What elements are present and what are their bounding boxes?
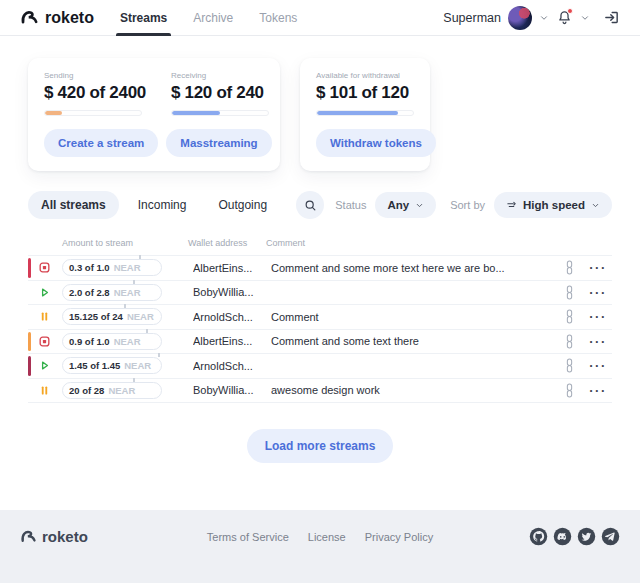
tab-streams[interactable]: Streams: [120, 0, 167, 36]
receiving-stat: Receiving $ 120 of 240: [171, 71, 269, 116]
notification-dot: [567, 8, 573, 14]
brand-name: roketo: [45, 9, 94, 27]
row-accent: [28, 307, 31, 327]
withdrawal-progress-bar: [316, 110, 414, 116]
stream-link-icon[interactable]: [561, 358, 577, 373]
sign-out-icon[interactable]: [603, 9, 620, 26]
sort-value: High speed: [523, 199, 585, 211]
row-menu-button[interactable]: ···: [586, 334, 610, 349]
withdraw-tokens-button[interactable]: Withdraw tokens: [316, 129, 436, 157]
column-wallet: Wallet address: [188, 238, 247, 248]
amount-text: 20 of 28: [69, 385, 104, 396]
stream-rows: 0.3 of 1.0NEAR AlbertEins... Comment and…: [28, 255, 612, 403]
load-more-button[interactable]: Load more streams: [247, 429, 394, 463]
amount-pill: 20 of 28NEAR: [62, 382, 162, 399]
summary-cards: Sending $ 420 of 2400 Receiving $ 120 of…: [28, 58, 612, 171]
stream-row[interactable]: 2.0 of 2.8NEAR BobyWillia... ···: [28, 281, 612, 306]
stream-row[interactable]: 20 of 28NEAR BobyWillia... awesome desig…: [28, 379, 612, 404]
stream-paused-icon: [38, 384, 51, 397]
receiving-label: Receiving: [171, 71, 269, 80]
footer-social: [529, 527, 620, 546]
footer-brand-name: roketo: [42, 528, 88, 545]
row-menu-button[interactable]: ···: [586, 358, 610, 373]
account-chevron-down-icon[interactable]: [539, 13, 549, 23]
column-amount: Amount to stream: [62, 238, 133, 248]
roketo-logo-icon: [20, 8, 39, 27]
roketo-logo-icon: [20, 528, 37, 545]
privacy-link[interactable]: Privacy Policy: [365, 531, 433, 543]
amount-text: 15.125 of 24: [69, 311, 123, 322]
wallet-address: BobyWillia...: [193, 384, 269, 396]
tab-tokens[interactable]: Tokens: [259, 0, 297, 36]
row-menu-button[interactable]: ···: [586, 309, 610, 324]
header-right: Superman: [443, 6, 620, 30]
column-comment: Comment: [266, 238, 305, 248]
status-select[interactable]: Any: [375, 192, 436, 218]
row-accent: [28, 258, 31, 278]
sending-label: Sending: [44, 71, 146, 80]
amount-pill: 1.45 of 1.45NEAR: [62, 357, 162, 374]
footer-brand[interactable]: roketo: [20, 528, 88, 545]
receiving-amount: $ 120 of 240: [171, 83, 269, 103]
sending-amount: $ 420 of 2400: [44, 83, 146, 103]
row-menu-button[interactable]: ···: [586, 285, 610, 300]
stream-row[interactable]: 1.45 of 1.45NEAR ArnoldSch... ···: [28, 354, 612, 379]
brand[interactable]: roketo: [20, 8, 94, 27]
row-accent: [28, 332, 31, 352]
token-label: NEAR: [124, 360, 151, 371]
amount-text: 0.3 of 1.0: [69, 262, 110, 273]
masstreaming-button[interactable]: Masstreaming: [166, 129, 271, 157]
stream-active-icon: [38, 359, 51, 372]
comment-text: Comment and some text there: [271, 335, 561, 347]
wallet-address: ArnoldSch...: [193, 311, 269, 323]
row-accent: [28, 356, 31, 376]
search-icon: [304, 199, 317, 212]
stream-link-icon[interactable]: [561, 309, 577, 324]
row-accent: [28, 381, 31, 401]
notifications-chevron-down-icon[interactable]: [580, 13, 590, 23]
terms-link[interactable]: Terms of Service: [207, 531, 289, 543]
token-label: NEAR: [108, 385, 135, 396]
stream-link-icon[interactable]: [561, 383, 577, 398]
filters-right: Status Any Sort by High speed: [335, 192, 612, 218]
wallet-address: BobyWillia...: [193, 286, 269, 298]
filter-all-streams[interactable]: All streams: [28, 191, 119, 219]
streams-summary-card: Sending $ 420 of 2400 Receiving $ 120 of…: [28, 58, 280, 171]
sort-by-label: Sort by: [450, 199, 485, 211]
row-menu-button[interactable]: ···: [586, 383, 610, 398]
tab-archive[interactable]: Archive: [193, 0, 233, 36]
telegram-icon[interactable]: [601, 527, 620, 546]
wallet-address: ArnoldSch...: [193, 360, 269, 372]
chevron-down-icon: [591, 201, 600, 210]
twitter-icon[interactable]: [577, 527, 596, 546]
sending-progress-bar: [44, 110, 142, 116]
filter-incoming[interactable]: Incoming: [125, 191, 200, 219]
app-footer: roketo Terms of Service License Privacy …: [0, 510, 640, 583]
token-label: NEAR: [114, 262, 141, 273]
search-button[interactable]: [296, 191, 324, 219]
row-menu-button[interactable]: ···: [586, 260, 610, 275]
amount-pill: 2.0 of 2.8NEAR: [62, 284, 162, 301]
stream-row[interactable]: 0.3 of 1.0NEAR AlbertEins... Comment and…: [28, 256, 612, 281]
notifications-bell-icon[interactable]: [556, 9, 573, 26]
status-label: Status: [335, 199, 366, 211]
avatar[interactable]: [508, 6, 532, 30]
stream-link-icon[interactable]: [561, 285, 577, 300]
stream-link-icon[interactable]: [561, 260, 577, 275]
token-label: NEAR: [127, 311, 154, 322]
receiving-progress-bar: [171, 110, 269, 116]
token-label: NEAR: [114, 336, 141, 347]
github-icon[interactable]: [529, 527, 548, 546]
stream-link-icon[interactable]: [561, 334, 577, 349]
stream-row[interactable]: 0.9 of 1.0NEAR AlbertEins... Comment and…: [28, 330, 612, 355]
sending-stat: Sending $ 420 of 2400: [44, 71, 146, 116]
amount-text: 2.0 of 2.8: [69, 287, 110, 298]
filter-outgoing[interactable]: Outgoing: [205, 191, 280, 219]
sort-select[interactable]: High speed: [494, 192, 612, 218]
discord-icon[interactable]: [553, 527, 572, 546]
stream-row[interactable]: 15.125 of 24NEAR ArnoldSch... Comment ··…: [28, 305, 612, 330]
create-stream-button[interactable]: Create a stream: [44, 129, 158, 157]
license-link[interactable]: License: [308, 531, 346, 543]
footer-links: Terms of Service License Privacy Policy: [207, 531, 433, 543]
amount-pill: 0.9 of 1.0NEAR: [62, 333, 162, 350]
